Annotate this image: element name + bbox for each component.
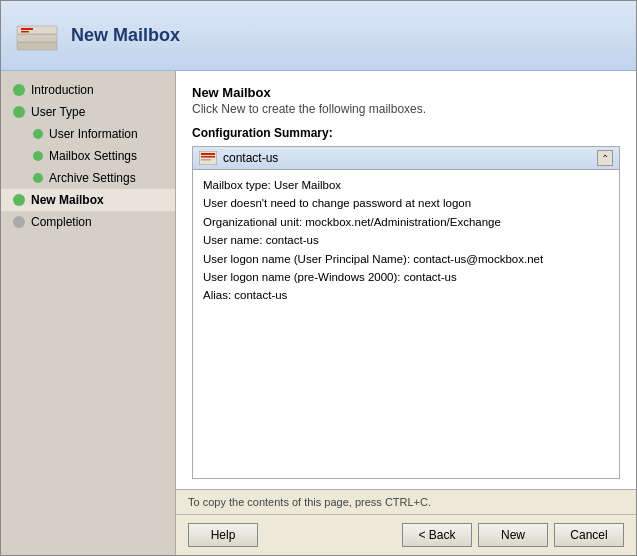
sidebar-label-completion: Completion — [31, 215, 92, 229]
title-bar: New Mailbox — [1, 1, 636, 71]
copy-hint-text: To copy the contents of this page, press… — [188, 496, 431, 508]
sidebar-item-archive-settings[interactable]: Archive Settings — [1, 167, 175, 189]
mailbox-small-icon — [199, 151, 217, 165]
sidebar-label-user-information: User Information — [49, 127, 138, 141]
back-button[interactable]: < Back — [402, 523, 472, 547]
summary-body: Mailbox type: User Mailbox User doesn't … — [193, 170, 619, 478]
summary-line-4: User name: contact-us — [203, 231, 609, 249]
sidebar-label-new-mailbox: New Mailbox — [31, 193, 104, 207]
dot-new-mailbox — [13, 194, 25, 206]
copy-hint-area: To copy the contents of this page, press… — [176, 489, 636, 514]
mailbox-name-label: contact-us — [223, 151, 278, 165]
config-label: Configuration Summary: — [192, 126, 620, 140]
summary-line-1: Mailbox type: User Mailbox — [203, 176, 609, 194]
main-window: New Mailbox Introduction User Type User … — [0, 0, 637, 556]
dot-user-type — [13, 106, 25, 118]
summary-header: contact-us ⌃ — [193, 147, 619, 170]
summary-box: contact-us ⌃ Mailbox type: User Mailbox … — [192, 146, 620, 479]
summary-header-left: contact-us — [199, 151, 278, 165]
sidebar-label-archive-settings: Archive Settings — [49, 171, 136, 185]
sidebar-label-mailbox-settings: Mailbox Settings — [49, 149, 137, 163]
help-button[interactable]: Help — [188, 523, 258, 547]
sidebar-label-user-type: User Type — [31, 105, 85, 119]
footer: Help < Back New Cancel — [176, 514, 636, 555]
summary-line-7: Alias: contact-us — [203, 286, 609, 304]
svg-rect-4 — [21, 31, 29, 33]
cancel-button[interactable]: Cancel — [554, 523, 624, 547]
dot-archive-settings — [33, 173, 43, 183]
svg-rect-8 — [201, 159, 211, 161]
new-button[interactable]: New — [478, 523, 548, 547]
svg-rect-1 — [17, 34, 57, 42]
content-panel: New Mailbox Click New to create the foll… — [176, 71, 636, 489]
collapse-icon: ⌃ — [601, 153, 609, 164]
summary-line-6: User logon name (pre-Windows 2000): cont… — [203, 268, 609, 286]
dot-introduction — [13, 84, 25, 96]
dot-user-information — [33, 129, 43, 139]
summary-line-3: Organizational unit: mockbox.net/Adminis… — [203, 213, 609, 231]
collapse-button[interactable]: ⌃ — [597, 150, 613, 166]
title-icon — [13, 12, 61, 60]
sidebar-item-user-type[interactable]: User Type — [1, 101, 175, 123]
svg-rect-0 — [17, 42, 57, 50]
svg-rect-7 — [201, 156, 215, 158]
footer-right-buttons: < Back New Cancel — [402, 523, 624, 547]
dot-mailbox-settings — [33, 151, 43, 161]
sidebar-item-mailbox-settings[interactable]: Mailbox Settings — [1, 145, 175, 167]
summary-line-2: User doesn't need to change password at … — [203, 194, 609, 212]
sidebar-item-introduction[interactable]: Introduction — [1, 79, 175, 101]
sidebar-item-completion[interactable]: Completion — [1, 211, 175, 233]
sidebar: Introduction User Type User Information … — [1, 71, 176, 555]
sidebar-item-user-information[interactable]: User Information — [1, 123, 175, 145]
svg-rect-3 — [21, 28, 33, 30]
sidebar-label-introduction: Introduction — [31, 83, 94, 97]
main-content: Introduction User Type User Information … — [1, 71, 636, 555]
summary-line-5: User logon name (User Principal Name): c… — [203, 250, 609, 268]
window-title: New Mailbox — [71, 25, 180, 46]
content-title: New Mailbox — [192, 85, 620, 100]
dot-completion — [13, 216, 25, 228]
sidebar-item-new-mailbox[interactable]: New Mailbox — [1, 189, 175, 211]
content-subtitle: Click New to create the following mailbo… — [192, 102, 620, 116]
svg-rect-6 — [201, 153, 215, 155]
